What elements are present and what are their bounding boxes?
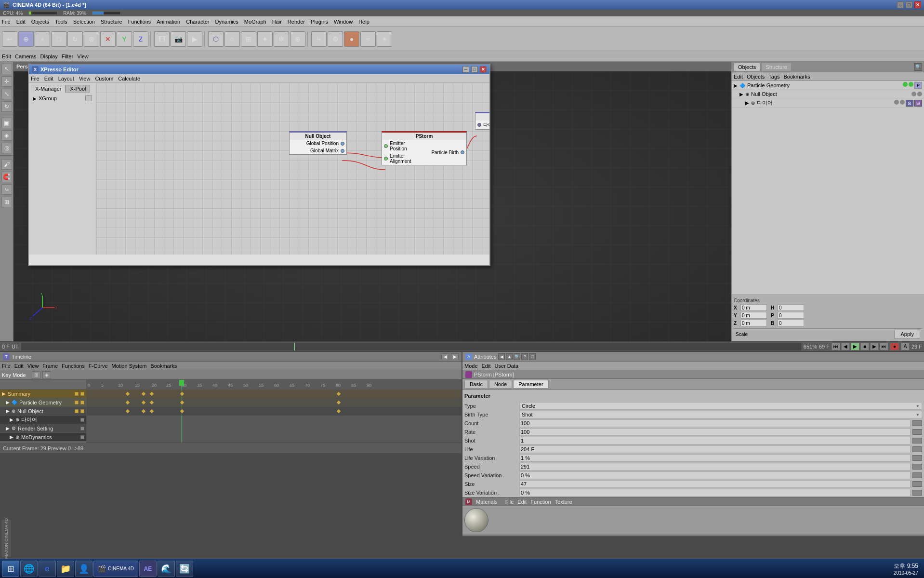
- taskbar-cinema4d[interactable]: 🎬 CINEMA 4D: [93, 561, 138, 577]
- vp-display[interactable]: Display: [40, 54, 58, 59]
- md-indicator[interactable]: [80, 435, 84, 439]
- xpresso-close[interactable]: ✕: [480, 66, 487, 73]
- objects-tab[interactable]: Objects: [734, 63, 760, 71]
- attr-count-value[interactable]: 100: [519, 419, 911, 427]
- xpresso-menu-layout[interactable]: Layout: [58, 76, 74, 81]
- obj-btn[interactable]: □: [51, 31, 66, 47]
- live-select-btn[interactable]: ⊕: [18, 31, 34, 47]
- d-dot1[interactable]: [894, 100, 899, 105]
- tl-menu-file[interactable]: File: [2, 363, 11, 369]
- xmanager-tab[interactable]: X-Manager: [31, 85, 66, 93]
- sidebar-poly[interactable]: ▣: [1, 118, 12, 128]
- attr-tab-basic[interactable]: Basic: [464, 380, 488, 389]
- null-object-node[interactable]: Null Object Global Position Global Matri…: [289, 131, 347, 155]
- attr-speed-value[interactable]: 291: [519, 463, 911, 470]
- om-tags[interactable]: Tags: [768, 74, 779, 80]
- next-frame-btn[interactable]: ▶: [870, 343, 879, 350]
- attr-sizevar-slider[interactable]: [912, 490, 922, 496]
- stop-btn[interactable]: ■: [860, 343, 869, 350]
- pg-tag1[interactable]: P: [914, 82, 922, 89]
- no-key-dot2[interactable]: [80, 409, 84, 413]
- attr-lifevar-slider[interactable]: [912, 455, 922, 461]
- attr-speedvar-slider[interactable]: [912, 472, 922, 478]
- attr-sizevar-value[interactable]: 0 %: [519, 489, 911, 497]
- attr-nav-back[interactable]: ◀: [498, 353, 505, 360]
- attr-speedvar-value[interactable]: 0 %: [519, 471, 911, 479]
- menu-render[interactable]: Render: [288, 19, 305, 25]
- summary-key-dot1[interactable]: [75, 392, 79, 396]
- tl-tool2[interactable]: ◈: [42, 371, 51, 379]
- tl-tool1[interactable]: ⊞: [32, 371, 40, 379]
- attr-search[interactable]: 🔍: [514, 353, 520, 360]
- y-btn[interactable]: Y: [117, 31, 132, 47]
- goto-start-btn[interactable]: ⏮: [832, 343, 840, 350]
- d-tag2[interactable]: ⊞: [914, 100, 922, 107]
- attr-shot-value[interactable]: 1: [519, 437, 911, 444]
- tl-menu-fcurve[interactable]: F-Curve: [89, 363, 108, 369]
- attr-rate-value[interactable]: 100: [519, 428, 911, 436]
- om-edit[interactable]: Edit: [734, 74, 743, 80]
- vp-filter[interactable]: Filter: [62, 54, 73, 59]
- menu-help[interactable]: Help: [358, 19, 370, 25]
- attr-tab-parameter[interactable]: Parameter: [513, 380, 548, 389]
- attr-tab-node[interactable]: Node: [489, 380, 512, 389]
- xpresso-menu-file[interactable]: File: [31, 76, 40, 81]
- start-btn[interactable]: ⊞: [2, 561, 19, 577]
- search-icon[interactable]: 🔍: [914, 63, 922, 71]
- null-object-item[interactable]: ▶ ⊕ Null Object: [732, 90, 924, 98]
- maximize-btn[interactable]: □: [906, 1, 912, 8]
- tl-btn2[interactable]: ▶: [451, 353, 459, 360]
- d-tag1[interactable]: ⊠: [906, 100, 913, 107]
- d-indicator[interactable]: [80, 418, 84, 422]
- record-btn[interactable]: ●: [890, 343, 899, 350]
- attr-menu-edit[interactable]: Edit: [482, 363, 491, 369]
- menu-mograph[interactable]: MoGraph: [244, 19, 266, 25]
- auto-key-btn[interactable]: A: [901, 343, 910, 350]
- attr-nav-up[interactable]: ▲: [506, 353, 513, 360]
- menu-dynamics[interactable]: Dynamics: [215, 19, 238, 25]
- sym-btn[interactable]: ⊗: [84, 31, 99, 47]
- menu-selection[interactable]: Selection: [73, 19, 95, 25]
- pg-key-dot2[interactable]: [80, 401, 84, 404]
- sidebar-grid[interactable]: ⊞: [1, 197, 12, 207]
- subdiv-btn[interactable]: ⊞: [241, 31, 256, 47]
- attr-life-value[interactable]: 204 F: [519, 445, 911, 453]
- taskbar-ae[interactable]: AE: [139, 561, 157, 577]
- xpresso-maximize[interactable]: □: [471, 66, 478, 73]
- sidebar-magnet[interactable]: 🧲: [1, 172, 12, 182]
- no-key-dot1[interactable]: [75, 409, 79, 413]
- no-dot1[interactable]: [911, 92, 916, 96]
- pstorm-node[interactable]: PStorm Emitter Position Emitt: [382, 131, 467, 165]
- field-btn[interactable]: ✼: [274, 31, 289, 47]
- sidebar-rotate[interactable]: ↻: [1, 101, 12, 112]
- mat-menu-texture[interactable]: Texture: [555, 499, 572, 505]
- x-coord[interactable]: [740, 304, 767, 311]
- taskbar-explorer[interactable]: 📁: [57, 561, 74, 577]
- add-obj-btn[interactable]: +: [35, 31, 50, 47]
- pg-dot1[interactable]: [903, 82, 908, 87]
- menu-character[interactable]: Character: [186, 19, 209, 25]
- attr-size-value[interactable]: 47: [519, 480, 911, 488]
- mat-menu-function[interactable]: Function: [530, 499, 551, 505]
- pshape-node[interactable]: PShape 다이어: [475, 112, 489, 130]
- tl-menu-view[interactable]: View: [27, 363, 39, 369]
- no-dot2[interactable]: [917, 92, 922, 96]
- rs-indicator[interactable]: [80, 427, 84, 430]
- attr-menu-mode[interactable]: Mode: [464, 363, 478, 369]
- attr-type-value[interactable]: Circle ▼: [519, 402, 922, 410]
- particle-btn[interactable]: ✦: [257, 31, 273, 47]
- tl-menu-bookmarks[interactable]: Bookmarks: [150, 363, 177, 369]
- pg-key-dot1[interactable]: [75, 401, 79, 404]
- xpool-tab[interactable]: X-Pool: [66, 85, 90, 93]
- tl-menu-frame[interactable]: Frame: [42, 363, 58, 369]
- play-btn[interactable]: ▶: [851, 343, 859, 350]
- menu-edit[interactable]: Edit: [16, 19, 26, 25]
- attr-menu-userdata[interactable]: User Data: [495, 363, 519, 369]
- material-item-1[interactable]: [464, 508, 488, 532]
- menu-tools[interactable]: Tools: [55, 19, 67, 25]
- no-expand[interactable]: ▶: [6, 408, 10, 414]
- attr-life-slider[interactable]: [912, 446, 922, 452]
- taskbar-user[interactable]: 👤: [75, 561, 92, 577]
- attr-lifevar-value[interactable]: 1 %: [519, 454, 911, 462]
- apply-button[interactable]: Apply: [894, 330, 920, 338]
